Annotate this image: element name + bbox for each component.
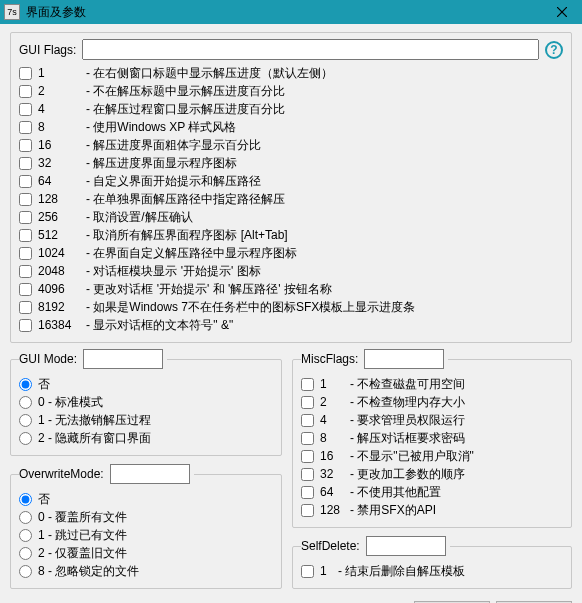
gui-flags-item[interactable]: 1024- 在界面自定义解压路径中显示程序图标 <box>19 244 563 262</box>
misc-flags-checkbox[interactable] <box>301 468 314 481</box>
gui-flags-checkbox[interactable] <box>19 247 32 260</box>
gui-flags-checkbox[interactable] <box>19 67 32 80</box>
gui-flags-num: 512 <box>38 226 82 244</box>
gui-flags-desc: - 对话框模块显示 '开始提示' 图标 <box>86 262 261 280</box>
gui-mode-label-text: 2 - 隐藏所有窗口界面 <box>38 429 151 447</box>
misc-flags-item[interactable]: 4- 要求管理员权限运行 <box>301 411 563 429</box>
self-delete-input[interactable] <box>366 536 446 556</box>
overwrite-mode-radio[interactable] <box>19 529 32 542</box>
gui-flags-desc: - 解压进度界面粗体字显示百分比 <box>86 136 261 154</box>
overwrite-mode-item[interactable]: 否 <box>19 490 273 508</box>
gui-flags-item[interactable]: 4- 在解压过程窗口显示解压进度百分比 <box>19 100 563 118</box>
misc-flags-num: 32 <box>320 465 346 483</box>
gui-flags-desc: - 解压进度界面显示程序图标 <box>86 154 237 172</box>
gui-flags-checkbox[interactable] <box>19 229 32 242</box>
overwrite-mode-group: OverwriteMode: 否0 - 覆盖所有文件1 - 跳过已有文件2 - … <box>10 464 282 589</box>
self-delete-item[interactable]: 1 - 结束后删除自解压模板 <box>301 562 563 580</box>
gui-flags-input[interactable] <box>82 39 539 60</box>
gui-mode-radio[interactable] <box>19 414 32 427</box>
gui-flags-item[interactable]: 8- 使用Windows XP 样式风格 <box>19 118 563 136</box>
misc-flags-desc: - 要求管理员权限运行 <box>350 411 465 429</box>
misc-flags-num: 64 <box>320 483 346 501</box>
gui-flags-item[interactable]: 16- 解压进度界面粗体字显示百分比 <box>19 136 563 154</box>
gui-flags-item[interactable]: 2048- 对话框模块显示 '开始提示' 图标 <box>19 262 563 280</box>
gui-flags-checkbox[interactable] <box>19 193 32 206</box>
gui-flags-item[interactable]: 1- 在右侧窗口标题中显示解压进度（默认左侧） <box>19 64 563 82</box>
misc-flags-checkbox[interactable] <box>301 414 314 427</box>
overwrite-mode-radio[interactable] <box>19 565 32 578</box>
gui-flags-desc: - 如果是Windows 7不在任务栏中的图标SFX模板上显示进度条 <box>86 298 415 316</box>
gui-mode-radio[interactable] <box>19 378 32 391</box>
gui-flags-item[interactable]: 512- 取消所有解压界面程序图标 [Alt+Tab] <box>19 226 563 244</box>
self-delete-label: SelfDelete: <box>301 539 360 553</box>
gui-flags-item[interactable]: 64- 自定义界面开始提示和解压路径 <box>19 172 563 190</box>
gui-flags-checkbox[interactable] <box>19 103 32 116</box>
gui-mode-item[interactable]: 1 - 无法撤销解压过程 <box>19 411 273 429</box>
overwrite-mode-input[interactable] <box>110 464 190 484</box>
close-icon[interactable] <box>542 0 582 24</box>
gui-flags-checkbox[interactable] <box>19 157 32 170</box>
gui-flags-num: 4096 <box>38 280 82 298</box>
gui-flags-checkbox[interactable] <box>19 121 32 134</box>
overwrite-mode-item[interactable]: 0 - 覆盖所有文件 <box>19 508 273 526</box>
self-delete-checkbox[interactable] <box>301 565 314 578</box>
gui-flags-item[interactable]: 2- 不在解压标题中显示解压进度百分比 <box>19 82 563 100</box>
gui-mode-item[interactable]: 否 <box>19 375 273 393</box>
misc-flags-item[interactable]: 128- 禁用SFX的API <box>301 501 563 519</box>
misc-flags-desc: - 不检查磁盘可用空间 <box>350 375 465 393</box>
misc-flags-checkbox[interactable] <box>301 378 314 391</box>
misc-flags-input[interactable] <box>364 349 444 369</box>
gui-mode-radio[interactable] <box>19 432 32 445</box>
self-delete-desc: - 结束后删除自解压模板 <box>338 562 465 580</box>
gui-mode-label: GUI Mode: <box>19 352 77 366</box>
help-icon[interactable]: ? <box>545 41 563 59</box>
gui-flags-checkbox[interactable] <box>19 211 32 224</box>
misc-flags-item[interactable]: 64- 不使用其他配置 <box>301 483 563 501</box>
overwrite-mode-radio[interactable] <box>19 511 32 524</box>
misc-flags-checkbox[interactable] <box>301 504 314 517</box>
misc-flags-item[interactable]: 8- 解压对话框要求密码 <box>301 429 563 447</box>
misc-flags-item[interactable]: 2- 不检查物理内存大小 <box>301 393 563 411</box>
gui-flags-checkbox[interactable] <box>19 85 32 98</box>
gui-flags-item[interactable]: 8192- 如果是Windows 7不在任务栏中的图标SFX模板上显示进度条 <box>19 298 563 316</box>
gui-flags-num: 64 <box>38 172 82 190</box>
overwrite-mode-radio[interactable] <box>19 547 32 560</box>
overwrite-mode-radio[interactable] <box>19 493 32 506</box>
misc-flags-item[interactable]: 16- 不显示"已被用户取消" <box>301 447 563 465</box>
gui-flags-checkbox[interactable] <box>19 265 32 278</box>
misc-flags-desc: - 更改加工参数的顺序 <box>350 465 465 483</box>
misc-flags-checkbox[interactable] <box>301 486 314 499</box>
gui-flags-checkbox[interactable] <box>19 319 32 332</box>
content: GUI Flags: ? 1- 在右侧窗口标题中显示解压进度（默认左侧）2- 不… <box>0 24 582 603</box>
gui-flags-item[interactable]: 16384- 显示对话框的文本符号" &" <box>19 316 563 334</box>
misc-flags-checkbox[interactable] <box>301 396 314 409</box>
self-delete-group: SelfDelete: 1 - 结束后删除自解压模板 <box>292 536 572 589</box>
gui-flags-num: 8192 <box>38 298 82 316</box>
misc-flags-desc: - 不检查物理内存大小 <box>350 393 465 411</box>
misc-flags-checkbox[interactable] <box>301 432 314 445</box>
gui-flags-num: 256 <box>38 208 82 226</box>
gui-flags-item[interactable]: 32- 解压进度界面显示程序图标 <box>19 154 563 172</box>
misc-flags-item[interactable]: 32- 更改加工参数的顺序 <box>301 465 563 483</box>
gui-flags-desc: - 使用Windows XP 样式风格 <box>86 118 236 136</box>
overwrite-mode-label-text: 1 - 跳过已有文件 <box>38 526 127 544</box>
gui-flags-item[interactable]: 256- 取消设置/解压确认 <box>19 208 563 226</box>
gui-flags-checkbox[interactable] <box>19 175 32 188</box>
overwrite-mode-item[interactable]: 8 - 忽略锁定的文件 <box>19 562 273 580</box>
gui-mode-item[interactable]: 0 - 标准模式 <box>19 393 273 411</box>
gui-flags-item[interactable]: 4096- 更改对话框 '开始提示' 和 '解压路径' 按钮名称 <box>19 280 563 298</box>
gui-mode-radio[interactable] <box>19 396 32 409</box>
misc-flags-checkbox[interactable] <box>301 450 314 463</box>
overwrite-mode-item[interactable]: 1 - 跳过已有文件 <box>19 526 273 544</box>
overwrite-mode-item[interactable]: 2 - 仅覆盖旧文件 <box>19 544 273 562</box>
titlebar: 7s 界面及参数 <box>0 0 582 24</box>
gui-mode-item[interactable]: 2 - 隐藏所有窗口界面 <box>19 429 273 447</box>
gui-flags-num: 1024 <box>38 244 82 262</box>
gui-flags-checkbox[interactable] <box>19 283 32 296</box>
gui-flags-checkbox[interactable] <box>19 301 32 314</box>
gui-flags-item[interactable]: 128- 在单独界面解压路径中指定路径解压 <box>19 190 563 208</box>
gui-flags-num: 2 <box>38 82 82 100</box>
misc-flags-item[interactable]: 1- 不检查磁盘可用空间 <box>301 375 563 393</box>
gui-flags-checkbox[interactable] <box>19 139 32 152</box>
gui-mode-input[interactable] <box>83 349 163 369</box>
